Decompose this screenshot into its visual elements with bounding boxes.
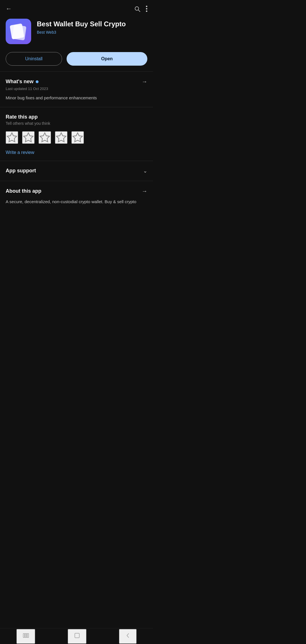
more-button[interactable] [146, 6, 147, 12]
rate-section: Rate this app Tell others what you think [0, 107, 153, 161]
about-header: About this app → [6, 188, 147, 194]
svg-point-0 [135, 7, 139, 10]
whats-new-date: Last updated 11 Oct 2023 [6, 87, 147, 91]
back-button[interactable]: ← [6, 5, 12, 12]
app-icon [6, 19, 31, 44]
icon-paper-2 [12, 25, 27, 40]
whats-new-description: Minor bug fixes and performance enhancem… [6, 95, 147, 101]
more-icon [146, 6, 147, 12]
about-description: A secure, decentralized, non-custodial c… [6, 198, 147, 205]
top-bar: ← [0, 0, 153, 16]
rate-title: Rate this app [6, 114, 147, 120]
star-1[interactable] [6, 131, 18, 144]
svg-line-1 [139, 10, 140, 12]
stars-row [6, 131, 147, 144]
rate-subtitle: Tell others what you think [6, 121, 147, 126]
app-support-section[interactable]: App support ⌄ [0, 161, 153, 181]
whats-new-arrow-icon[interactable]: → [142, 78, 147, 85]
star-1-icon [6, 132, 18, 143]
bottom-spacer [0, 211, 153, 230]
svg-marker-7 [40, 133, 49, 142]
about-arrow-icon[interactable]: → [142, 188, 147, 194]
star-5[interactable] [71, 131, 84, 144]
svg-marker-6 [24, 133, 33, 142]
action-buttons: Uninstall Open [0, 50, 153, 71]
star-5-icon [72, 132, 83, 143]
svg-marker-5 [7, 133, 16, 142]
back-icon: ← [6, 5, 12, 12]
app-icon-graphic [10, 23, 27, 40]
app-header: Best Wallet Buy Sell Crypto Best Web3 [0, 16, 153, 50]
about-section: About this app → A secure, decentralized… [0, 181, 153, 211]
write-review-button[interactable]: Write a review [6, 150, 34, 155]
whats-new-header: What's new → [6, 78, 147, 85]
whats-new-title: What's new [6, 79, 39, 85]
svg-marker-8 [56, 133, 66, 142]
app-title: Best Wallet Buy Sell Crypto [37, 20, 147, 28]
star-4-icon [56, 132, 67, 143]
app-developer[interactable]: Best Web3 [37, 30, 147, 35]
search-icon [134, 6, 140, 12]
star-2[interactable] [22, 131, 35, 144]
new-indicator-dot [36, 80, 39, 83]
search-button[interactable] [134, 6, 140, 12]
whats-new-section: What's new → Last updated 11 Oct 2023 Mi… [0, 72, 153, 107]
uninstall-button[interactable]: Uninstall [6, 52, 62, 66]
about-title: About this app [6, 188, 41, 194]
chevron-down-icon: ⌄ [143, 168, 147, 174]
svg-point-2 [146, 6, 147, 7]
star-3-icon [39, 132, 50, 143]
svg-point-4 [146, 10, 147, 12]
svg-point-3 [146, 8, 147, 10]
star-2-icon [23, 132, 34, 143]
star-3[interactable] [39, 131, 51, 144]
app-title-area: Best Wallet Buy Sell Crypto Best Web3 [37, 19, 147, 35]
top-bar-actions [134, 6, 147, 12]
open-button[interactable]: Open [67, 52, 147, 66]
star-4[interactable] [55, 131, 67, 144]
svg-marker-9 [73, 133, 82, 142]
app-support-title: App support [6, 168, 36, 174]
